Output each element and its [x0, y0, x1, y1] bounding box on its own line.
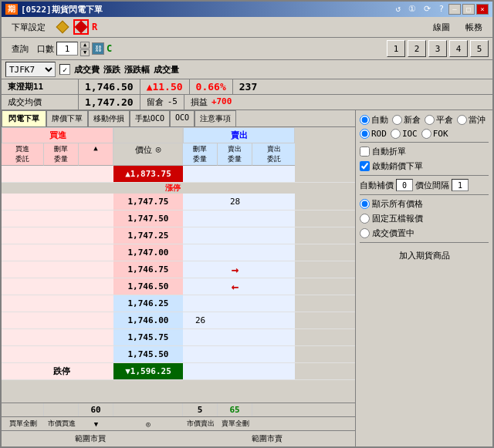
range-buy-button[interactable]: 範圍市買: [2, 431, 178, 446]
num-btn-4[interactable]: 4: [449, 40, 468, 57]
flash-price-checkbox-label[interactable]: 啟動銷價下單: [360, 160, 489, 172]
price-row-7[interactable]: 1,746.25: [2, 295, 355, 312]
cell-price-1[interactable]: 1,747.75: [113, 194, 183, 210]
fok-radio-label[interactable]: FOK: [421, 129, 448, 139]
rod-radio[interactable]: [360, 129, 370, 139]
query-button[interactable]: 查詢: [5, 42, 35, 56]
ticker-select[interactable]: TJFK7: [5, 62, 56, 77]
cell-sell-del-3: [183, 227, 218, 244]
flash-price-checkbox[interactable]: [360, 161, 370, 171]
auto-radio[interactable]: [360, 115, 370, 125]
auto-fold-checkbox[interactable]: [360, 147, 370, 157]
cell-price-9[interactable]: 1,745.75: [113, 329, 183, 345]
ticker-checkbox[interactable]: ✓: [59, 64, 70, 75]
price-row-6[interactable]: 1,746.50 ←: [2, 278, 355, 295]
total-sell-del: 5: [183, 403, 218, 416]
cell-price-7[interactable]: 1,746.25: [113, 295, 183, 312]
fixed-five-radio-label[interactable]: 固定五檔報價: [360, 213, 489, 224]
auto-price-input[interactable]: [396, 179, 413, 191]
mid-fill-radio[interactable]: [360, 228, 370, 238]
price-row-5[interactable]: 1,746.75 →: [2, 261, 355, 278]
buy-all-delete-button[interactable]: 買單全刪: [2, 417, 44, 430]
rush-radio-label[interactable]: 當沖: [457, 114, 486, 126]
price-row-1[interactable]: 1,747.75 28: [2, 194, 355, 211]
cell-price-4[interactable]: 1,747.00: [113, 244, 183, 261]
tab-limit[interactable]: 牌價下單: [46, 110, 88, 126]
price-row-8[interactable]: 1,746.00 26: [2, 312, 355, 329]
chart-button[interactable]: 線圖: [427, 20, 456, 35]
new-label: 新倉: [404, 114, 421, 126]
num-btn-3[interactable]: 3: [428, 40, 447, 57]
price-row-10[interactable]: 1,745.50: [2, 346, 355, 363]
tab-hand-oco[interactable]: 手點OCO: [130, 110, 170, 126]
flat-radio-label[interactable]: 平倉: [425, 114, 453, 126]
show-all-radio[interactable]: [360, 199, 370, 209]
new-radio-label[interactable]: 新倉: [392, 114, 421, 126]
num-btn-2[interactable]: 2: [408, 40, 426, 57]
auto-radio-label[interactable]: 自動: [360, 114, 388, 126]
price-row-limit-up[interactable]: ▲1,873.75: [2, 166, 355, 183]
cell-sell-del-2: [183, 211, 218, 227]
refresh-icon[interactable]: ↺: [393, 4, 404, 15]
qty-input[interactable]: [56, 42, 78, 56]
auto-fold-checkbox-label[interactable]: 自動折單: [360, 146, 489, 157]
price-gap-label: 價位間隔: [415, 180, 449, 191]
qty-down-button[interactable]: ▼: [80, 49, 90, 56]
market-buy-button[interactable]: 市價買進: [44, 417, 79, 430]
rod-radio-label[interactable]: ROD: [360, 129, 387, 139]
forward-icon[interactable]: ⟳: [421, 4, 434, 15]
fok-radio[interactable]: [421, 129, 431, 139]
close-button[interactable]: ×: [476, 4, 489, 15]
separator-4: [360, 242, 489, 243]
num-btn-5[interactable]: 5: [470, 40, 489, 57]
qty-up-button[interactable]: ▲: [80, 42, 90, 49]
new-radio[interactable]: [392, 115, 402, 125]
cell-price-2[interactable]: 1,747.50: [113, 211, 183, 227]
mid-fill-radio-label[interactable]: 成交價置中: [360, 227, 489, 239]
price-row-9[interactable]: 1,745.75: [2, 329, 355, 346]
maximize-button[interactable]: □: [462, 4, 475, 15]
link-icon[interactable]: ⛓: [92, 42, 104, 55]
order-settings-button[interactable]: 下單設定: [5, 20, 52, 35]
price-gap-input[interactable]: [452, 179, 469, 191]
circle-button[interactable]: ◎: [113, 417, 183, 430]
add-futures-button[interactable]: 加入期貨商品: [360, 246, 489, 265]
back-icon[interactable]: ①: [405, 4, 419, 15]
cell-price-ld[interactable]: ▼1,596.25: [113, 363, 183, 379]
cell-price-5[interactable]: 1,746.75: [113, 261, 183, 278]
range-sell-button[interactable]: 範圍市賣: [178, 431, 355, 446]
num-btn-1[interactable]: 1: [387, 40, 405, 57]
ioc-radio-label[interactable]: IOC: [391, 129, 418, 139]
diamond-icon-red-bordered[interactable]: [73, 19, 89, 35]
rush-radio[interactable]: [457, 115, 467, 125]
sell-all-delete-button[interactable]: 賣單全刪: [218, 417, 252, 430]
flat-radio[interactable]: [425, 115, 435, 125]
c-button[interactable]: C: [107, 43, 112, 54]
account-button[interactable]: 帳務: [459, 20, 489, 35]
tab-oco[interactable]: OCO: [170, 110, 195, 126]
price-row-4[interactable]: 1,747.00: [2, 244, 355, 261]
minimize-button[interactable]: —: [448, 4, 461, 15]
ticker-name: 東澄期11: [8, 82, 43, 92]
show-all-radio-label[interactable]: 顯示所有價格: [360, 198, 489, 210]
fixed-five-radio[interactable]: [360, 214, 370, 224]
col-buy-entrust: 買進委託: [2, 143, 44, 166]
market-sell-button[interactable]: 市價賣出: [183, 417, 218, 430]
ioc-radio[interactable]: [391, 129, 401, 139]
price-row-limit-down[interactable]: 跌停 ▼1,596.25: [2, 363, 355, 380]
tab-stop[interactable]: 移動停損: [88, 110, 130, 126]
auto-price-label: 自動補價: [360, 180, 394, 191]
r-button[interactable]: R: [92, 22, 97, 32]
cell-price-10[interactable]: 1,745.50: [113, 346, 183, 362]
price-row-3[interactable]: 1,747.25: [2, 227, 355, 244]
tab-flash[interactable]: 閃電下單: [2, 110, 46, 126]
tab-notice[interactable]: 注意事項: [195, 110, 236, 126]
help-icon[interactable]: ?: [435, 4, 447, 15]
cell-price-6[interactable]: 1,746.50: [113, 278, 183, 295]
cell-price-8[interactable]: 1,746.00: [113, 312, 183, 328]
up-arrow-button[interactable]: ▼: [79, 417, 113, 430]
cell-price-3[interactable]: 1,747.25: [113, 227, 183, 244]
stay-label: 留倉: [147, 96, 164, 108]
price-row-2[interactable]: 1,747.50: [2, 211, 355, 227]
cell-price-0[interactable]: ▲1,873.75: [113, 166, 183, 182]
